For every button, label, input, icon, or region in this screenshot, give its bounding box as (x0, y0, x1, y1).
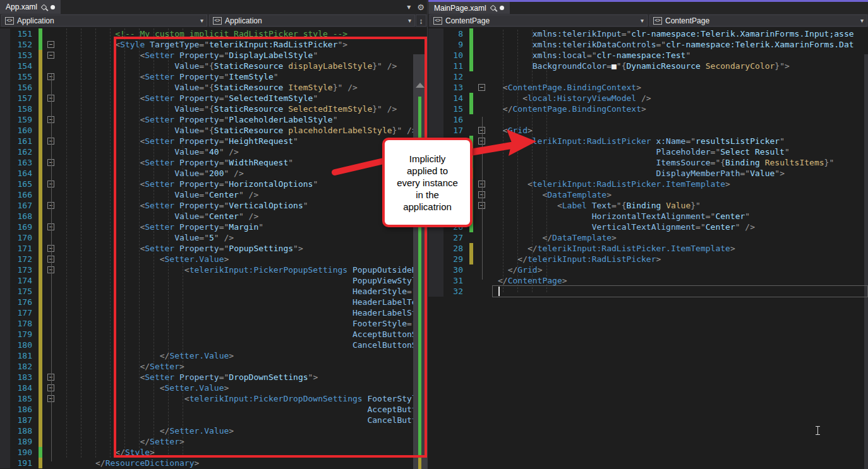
breakpoint-margin[interactable] (0, 264, 10, 275)
breakpoint-margin[interactable] (0, 93, 10, 104)
code-line[interactable]: 187 CancelButtonS (0, 415, 427, 425)
breakpoint-margin[interactable] (0, 146, 10, 157)
tab-app-xaml[interactable]: App.xaml (0, 0, 61, 14)
code-text[interactable]: </Setter.Value> (58, 350, 427, 361)
breakpoint-margin[interactable] (0, 168, 10, 179)
code-text[interactable]: <telerikInput:PickerDropDownSettings Foo… (58, 393, 427, 404)
breakpoint-margin[interactable] (0, 436, 10, 447)
code-text[interactable]: <local:HistoryViewModel /> (489, 93, 868, 104)
code-text[interactable]: ItemsSource="{Binding ResultsItems}" (489, 157, 868, 168)
breakpoint-margin[interactable] (428, 93, 443, 104)
breakpoint-margin[interactable] (0, 286, 10, 297)
code-text[interactable]: <Setter Property="Margin" (58, 222, 427, 232)
vertical-scrollbar-left[interactable] (413, 54, 427, 469)
code-text[interactable]: </telerikInput:RadListPicker.ItemTemplat… (489, 243, 868, 254)
code-text[interactable]: <Setter Property="ItemStyle" (58, 71, 427, 82)
nav-dropdown-type-left[interactable]: Application (1, 15, 207, 27)
nav-dropdown-member-left[interactable]: Application (209, 15, 415, 27)
code-text[interactable]: xmlns:telerikInput="clr-namespace:Teleri… (489, 28, 868, 39)
code-text[interactable]: FooterStyle="{St (58, 318, 427, 329)
code-line[interactable]: 12 (428, 71, 868, 82)
collapse-box[interactable]: − (47, 52, 54, 59)
code-line[interactable]: 179 AcceptButtonStyl (0, 329, 427, 340)
code-text[interactable]: <Setter Property="VerticalOptions" (58, 200, 427, 211)
code-line[interactable]: 20 ItemsSource="{Binding ResultsItems}" (428, 157, 868, 168)
code-line[interactable]: 24− <Label Text="{Binding Value}" (428, 200, 868, 211)
code-line[interactable]: 15 </ContentPage.BindingContext> (428, 104, 868, 114)
breakpoint-margin[interactable] (0, 393, 10, 404)
breakpoint-margin[interactable] (428, 243, 443, 254)
breakpoint-margin[interactable] (0, 243, 10, 254)
chevron-down-icon[interactable] (860, 17, 864, 24)
breakpoint-margin[interactable] (428, 275, 443, 286)
chevron-down-icon[interactable] (408, 17, 411, 24)
code-line[interactable]: 161− <Setter Property="HeightRequest" (0, 136, 427, 146)
code-text[interactable]: Placeholder="Select Result" (489, 146, 868, 157)
breakpoint-margin[interactable] (428, 82, 443, 93)
breakpoint-margin[interactable] (0, 157, 10, 168)
code-text[interactable]: Value="Center" /> (58, 189, 427, 200)
breakpoint-margin[interactable] (0, 104, 10, 114)
code-line[interactable]: 181 </Setter.Value> (0, 350, 427, 361)
code-text[interactable]: </Setter.Value> (58, 425, 427, 436)
code-line[interactable]: 182 </Setter> (0, 361, 427, 372)
pin-icon[interactable] (41, 4, 47, 10)
code-text[interactable]: HeaderStyle="{St (58, 286, 427, 297)
code-text[interactable]: CancelButtonStyl (58, 340, 427, 350)
code-line[interactable]: 164 Value="200" /> (0, 168, 427, 179)
code-line[interactable]: 16 (428, 114, 868, 125)
breakpoint-margin[interactable] (0, 114, 10, 125)
tab-mainpage-xaml[interactable]: MainPage.xaml (428, 2, 510, 14)
breakpoint-margin[interactable] (0, 307, 10, 318)
code-line[interactable]: 151 <!-- My custom implicit RadListPicke… (0, 28, 427, 39)
code-text[interactable]: </ContentPage.BindingContext> (489, 104, 868, 114)
scroll-up-arrow-icon[interactable] (416, 83, 425, 88)
breakpoint-margin[interactable] (0, 82, 10, 93)
breakpoint-margin[interactable] (428, 71, 443, 82)
code-line[interactable]: 173− <telerikInput:PickerPopupSettings P… (0, 264, 427, 275)
code-text[interactable]: <Grid> (489, 125, 868, 136)
code-line[interactable]: 183− <Setter Property="DropDownSettings"… (0, 372, 427, 383)
code-line[interactable]: 153− <Setter Property="DisplayLabelStyle… (0, 50, 427, 61)
code-text[interactable]: </Grid> (489, 264, 868, 275)
code-line[interactable]: 10 xmlns:local="clr-namespace:Test" (428, 50, 868, 61)
breakpoint-margin[interactable] (428, 254, 443, 264)
code-text[interactable]: Value="Center" /> (58, 211, 427, 222)
code-text[interactable]: Value="{StaticResource ItemStyle}" /> (58, 82, 427, 93)
gear-icon[interactable] (417, 3, 425, 12)
code-text[interactable]: <Setter Property="DisplayLabelStyle" (58, 50, 427, 61)
code-text[interactable]: Value="40" /> (58, 146, 427, 157)
code-line[interactable]: 27 </DataTemplate> (428, 232, 868, 243)
code-text[interactable]: AcceptButtonStyl (58, 329, 427, 340)
code-editor-right[interactable]: 8 xmlns:telerikInput="clr-namespace:Tele… (428, 27, 868, 469)
nav-dropdown-type-right[interactable]: ContentPage (430, 15, 648, 27)
breakpoint-margin[interactable] (0, 404, 10, 415)
code-line[interactable]: 174 PopupViewStyle=" (0, 275, 427, 286)
code-text[interactable]: Value="{StaticResource placeholderLabelS… (58, 125, 427, 136)
breakpoint-margin[interactable] (0, 383, 10, 393)
code-line[interactable]: 169− <Setter Property="Margin" (0, 222, 427, 232)
code-line[interactable]: 170 Value="5" /> (0, 232, 427, 243)
breakpoint-margin[interactable] (0, 254, 10, 264)
code-editor-left[interactable]: 151 <!-- My custom implicit RadListPicke… (0, 27, 427, 469)
breakpoint-margin[interactable] (0, 275, 10, 286)
code-text[interactable]: Value="200" /> (58, 168, 427, 179)
breakpoint-margin[interactable] (0, 179, 10, 189)
breakpoint-margin[interactable] (428, 61, 443, 71)
breakpoint-margin[interactable] (0, 318, 10, 329)
breakpoint-margin[interactable] (428, 39, 443, 50)
code-line[interactable]: 26 VerticalTextAlignment="Center" /> (428, 222, 868, 232)
code-line[interactable]: 163− <Setter Property="WidthRequest" (0, 157, 427, 168)
code-text[interactable]: <Label Text="{Binding Value}" (489, 200, 868, 211)
code-text[interactable]: <Setter Property="PopupSettings"> (58, 243, 427, 254)
tab-title[interactable]: MainPage.xaml (434, 4, 486, 13)
vertical-scrollbar-right[interactable] (864, 54, 868, 469)
code-text[interactable]: HeaderLabelText= (58, 297, 427, 307)
nav-dropdown-member-right[interactable]: ContentPage (649, 15, 867, 27)
breakpoint-margin[interactable] (0, 329, 10, 340)
code-text[interactable]: </Style> (58, 447, 427, 458)
code-line[interactable]: 154 Value="{StaticResource displayLabelS… (0, 61, 427, 71)
code-line[interactable]: 155− <Setter Property="ItemStyle" (0, 71, 427, 82)
code-text[interactable]: <DataTemplate> (489, 189, 868, 200)
code-text[interactable]: <Setter Property="HorizontalOptions" (58, 179, 427, 189)
